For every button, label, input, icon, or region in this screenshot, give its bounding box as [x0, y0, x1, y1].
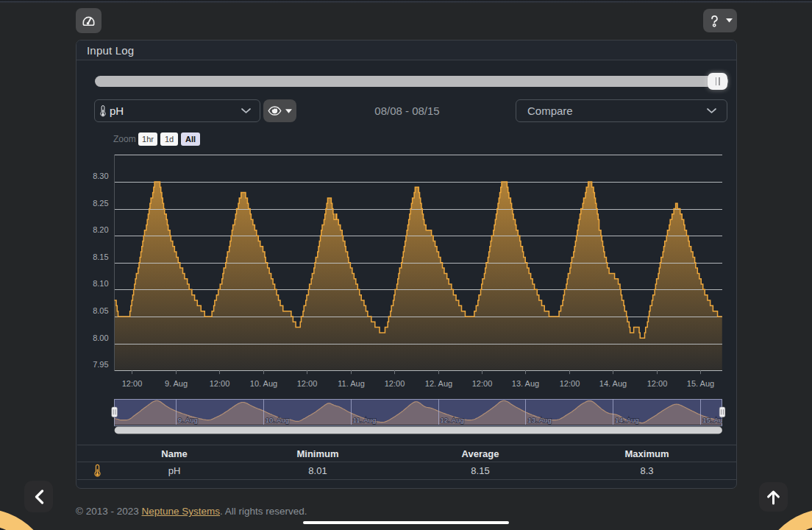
caret-down-icon	[285, 109, 292, 113]
x-axis-label: 12:00	[210, 379, 230, 388]
home-indicator[interactable]	[303, 521, 509, 524]
chevron-down-icon	[707, 108, 716, 113]
column-header-name: Name	[117, 448, 232, 459]
time-range-slider-handle[interactable]	[708, 73, 727, 90]
input-select-value: pH	[110, 105, 124, 117]
status-strip	[0, 0, 812, 3]
icon-cell	[77, 464, 117, 478]
x-axis-label: 9. Aug	[165, 379, 188, 388]
navigator-label: 10. Aug	[266, 416, 289, 424]
cell-average: 8.15	[404, 465, 557, 476]
thermometer-icon	[99, 104, 107, 119]
x-axis-label: 11. Aug	[338, 379, 365, 388]
ph-area-chart[interactable]: 7.958.008.058.108.158.208.258.3012:009. …	[76, 148, 738, 439]
x-axis-label: 14. Aug	[599, 379, 627, 388]
caret-down-icon	[726, 18, 733, 23]
table-row[interactable]: pH 8.01 8.15 8.3	[77, 462, 737, 480]
navigator-label: 11. Aug	[353, 416, 377, 424]
y-axis-label: 8.30	[93, 172, 108, 180]
gauge-icon	[80, 13, 97, 29]
column-header-minimum: Minimum	[232, 448, 404, 459]
dashboard-button[interactable]	[76, 8, 102, 33]
x-axis-label: 12:00	[297, 379, 318, 388]
card-header: Input Log	[76, 40, 736, 60]
column-header-maximum: Maximum	[557, 448, 737, 459]
zoom-button-all[interactable]: All	[181, 132, 200, 146]
chevron-left-icon	[34, 490, 44, 504]
input-select[interactable]: pH	[94, 99, 260, 122]
zoom-button-1d[interactable]: 1d	[160, 132, 178, 146]
chart-scrollbar[interactable]	[115, 427, 722, 434]
y-axis-label: 8.15	[93, 252, 108, 261]
card-title: Input Log	[87, 44, 134, 57]
corner-ring-right	[766, 517, 812, 530]
x-axis-label: 12:00	[472, 379, 493, 388]
x-axis-label: 12:00	[122, 379, 143, 388]
x-axis-label: 12. Aug	[425, 379, 452, 388]
stats-table: Name Minimum Average Maximum pH 8.01 8.1…	[77, 445, 737, 480]
visibility-dropdown-button[interactable]	[263, 99, 296, 122]
compare-select[interactable]: Compare	[516, 99, 727, 122]
arrow-up-icon	[766, 490, 780, 505]
stats-table-header-row: Name Minimum Average Maximum	[77, 445, 737, 462]
x-axis-label: 13. Aug	[512, 379, 539, 388]
cell-minimum: 8.01	[232, 465, 404, 476]
chevron-down-icon	[241, 108, 251, 113]
y-axis-label: 8.20	[93, 225, 108, 234]
eye-icon	[268, 105, 282, 116]
column-header-average: Average	[404, 448, 557, 459]
x-axis-label: 12:00	[385, 379, 405, 388]
y-axis-label: 8.05	[93, 306, 108, 315]
y-axis-label: 8.00	[93, 333, 108, 342]
handle-grip-line	[719, 77, 720, 85]
ph-series-area	[115, 182, 722, 370]
thermometer-icon	[93, 464, 102, 478]
input-log-card: Input Log pH 08/08 - 08/15 Compare	[76, 40, 737, 489]
zoom-button-1hr[interactable]: 1hr	[138, 132, 157, 146]
zoom-label: Zoom	[113, 134, 136, 144]
x-axis-label: 12:00	[560, 379, 580, 388]
navigator-label: 12. Aug	[441, 416, 464, 424]
neptune-systems-link[interactable]: Neptune Systems	[142, 506, 221, 517]
compare-select-value: Compare	[527, 105, 573, 117]
handle-grip-line	[716, 77, 717, 85]
scroll-to-top-button[interactable]	[759, 482, 788, 512]
navigator-label: 9. Aug	[178, 416, 198, 424]
help-dropdown-button[interactable]	[703, 9, 737, 32]
y-axis-label: 8.25	[93, 199, 108, 208]
cell-name: pH	[117, 465, 232, 476]
navigator-handle-left[interactable]	[112, 407, 118, 417]
x-axis-label: 12:00	[647, 379, 668, 388]
navigator-label: 13. Aug	[527, 416, 551, 424]
navigator-handle-right[interactable]	[719, 407, 725, 417]
back-button[interactable]	[24, 481, 53, 512]
navigator-label: 14. Aug	[615, 416, 638, 424]
cell-maximum: 8.3	[557, 465, 737, 476]
x-axis-label: 15. Aug	[687, 379, 714, 388]
x-axis-label: 10. Aug	[250, 379, 277, 388]
y-axis-label: 8.10	[93, 279, 108, 288]
time-range-slider-track[interactable]	[95, 76, 728, 87]
question-icon	[708, 14, 722, 28]
y-axis-label: 7.95	[93, 360, 108, 369]
copyright-footer: © 2013 - 2023 Neptune Systems. All right…	[76, 506, 307, 517]
corner-ring-left	[0, 517, 47, 530]
